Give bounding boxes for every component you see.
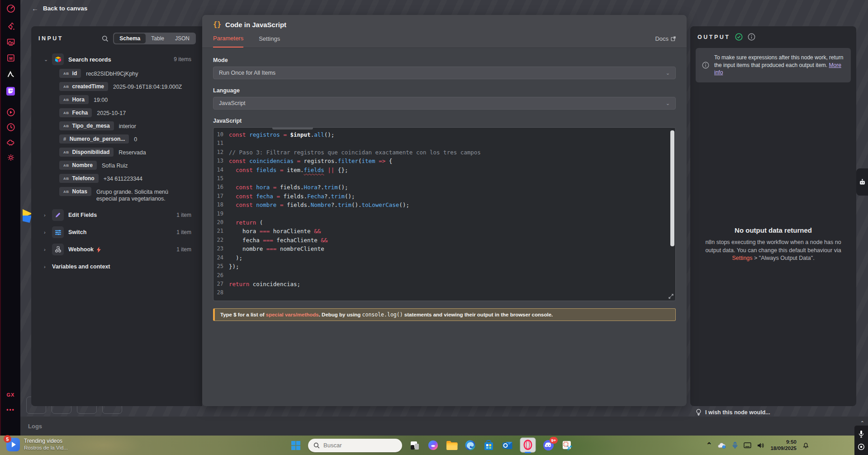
schema-field-row[interactable]: ABDisponibilidadReservada <box>31 148 197 157</box>
code-line[interactable]: 17 const fecha = fields.Fecha?.trim(); <box>213 192 675 201</box>
schema-field-row[interactable]: ABTipo_de_mesainterior <box>31 121 197 130</box>
recording-toolbar[interactable] <box>854 426 868 455</box>
search-input[interactable] <box>323 442 378 449</box>
chevron-right-icon[interactable]: › <box>44 247 52 252</box>
info-circle-icon[interactable] <box>748 33 755 41</box>
code-line[interactable]: 21 hora === horaCliente && <box>213 227 675 235</box>
schema-field-row[interactable]: ABcreatedTime2025-09-16T18:04:19.000Z <box>31 82 197 91</box>
history-clock-icon[interactable] <box>5 121 17 133</box>
field-pill[interactable]: ABTelefono <box>59 174 99 183</box>
code-line[interactable]: 24 ); <box>213 254 675 262</box>
field-pill[interactable]: ABcreatedTime <box>59 82 108 91</box>
schema-field-row[interactable]: #Numero_de_person...0 <box>31 134 197 144</box>
outlook-icon[interactable] <box>501 439 513 451</box>
code-line[interactable]: 25}); <box>213 262 675 271</box>
splat-icon[interactable] <box>5 137 17 148</box>
taskbar-search-box[interactable] <box>308 439 402 452</box>
field-pill[interactable]: ABid <box>59 69 81 78</box>
speedometer-icon[interactable] <box>5 3 17 14</box>
schema-field-row[interactable]: ABFecha2025-10-17 <box>31 108 197 117</box>
mode-select[interactable]: Run Once for All Items ⌄ <box>213 67 676 79</box>
node-title[interactable]: Code in JavaScript <box>225 21 286 29</box>
field-pill[interactable]: ABNombre <box>59 161 97 170</box>
chevron-right-icon[interactable]: › <box>44 212 52 218</box>
code-line[interactable]: 23 nombre === nombreCliente <box>213 244 675 253</box>
onedrive-cloud-icon[interactable]: i <box>718 442 726 449</box>
schema-field-row[interactable]: ABNombreSofía Ruiz <box>31 161 197 170</box>
tab-parameters[interactable]: Parameters <box>213 35 243 48</box>
microphone-icon[interactable] <box>859 430 864 438</box>
code-line[interactable]: 20 return ( <box>213 218 675 227</box>
code-line[interactable]: 13const coincidencias = registros.filter… <box>213 157 675 165</box>
settings-gear-icon[interactable] <box>5 152 17 163</box>
twitch-icon[interactable] <box>5 85 17 97</box>
task-view-icon[interactable] <box>408 439 421 451</box>
input-node-edit-fields[interactable]: ›Edit Fields1 item <box>31 206 197 224</box>
volume-icon[interactable] <box>757 442 764 449</box>
language-select[interactable]: JavaScript ⌄ <box>213 97 676 110</box>
code-line[interactable]: 26 <box>213 271 675 280</box>
edge-icon[interactable] <box>464 439 476 451</box>
chevron-down-icon[interactable]: ⌄ <box>44 57 52 62</box>
opera-gx-icon[interactable] <box>520 437 536 454</box>
code-line[interactable]: 12// Paso 3: Filtrar registros que coinc… <box>213 148 675 157</box>
microsoft-store-icon[interactable] <box>483 439 495 451</box>
schema-field-row[interactable]: ABNotasGrupo grande. Solicita menú espec… <box>31 187 197 202</box>
input-tab-schema[interactable]: Schema <box>114 34 146 43</box>
tray-chevron-up-icon[interactable]: ⌃ <box>706 441 712 450</box>
windows-start-icon[interactable] <box>289 439 302 451</box>
code-line[interactable]: 19 <box>213 210 675 218</box>
record-target-icon[interactable] <box>858 443 865 450</box>
input-node-webhook[interactable]: ›Webhook1 item <box>31 241 197 258</box>
input-node-search-records[interactable]: ⌄ Search records 9 items <box>31 53 197 66</box>
notification-bell-icon[interactable] <box>802 442 809 449</box>
code-editor[interactable]: 10const registros = $input.all();1112// … <box>213 127 676 301</box>
tray-clock[interactable]: 9:50 18/09/2025 <box>770 439 797 451</box>
code-line[interactable]: 18 const nombre = fields.Nombre?.trim().… <box>213 201 675 209</box>
docs-link[interactable]: Docs <box>655 35 676 47</box>
code-line[interactable]: 14 const fields = item.fields || {}; <box>213 166 675 174</box>
code-line[interactable]: 16 const hora = fields.Hora?.trim(); <box>213 183 675 192</box>
copilot-icon[interactable] <box>427 439 439 451</box>
editor-scrollbar[interactable] <box>670 129 674 292</box>
chevron-right-icon[interactable]: › <box>44 264 52 269</box>
field-pill[interactable]: ABTipo_de_mesa <box>59 121 114 130</box>
editor-expand-icon[interactable] <box>668 293 674 299</box>
broom-icon[interactable] <box>5 20 17 32</box>
schema-field-row[interactable]: ABidrec82SIDbH9CjKphy <box>31 69 197 78</box>
field-pill[interactable]: ABHora <box>59 95 89 104</box>
chevron-right-icon[interactable]: › <box>44 230 52 235</box>
input-tab-table[interactable]: Table <box>146 34 170 43</box>
tab-settings[interactable]: Settings <box>259 35 280 47</box>
input-node-variables-and-context[interactable]: ›Variables and context <box>31 258 197 275</box>
input-node-switch[interactable]: ›Switch1 item <box>31 224 197 241</box>
m-badge-icon[interactable]: M <box>5 52 17 64</box>
microphone-tray-icon[interactable] <box>732 442 738 449</box>
keyboard-layout-icon[interactable] <box>744 442 751 448</box>
code-line[interactable]: 22 fecha === fechaCliente && <box>213 236 675 244</box>
back-to-canvas-button[interactable]: ← Back to canvas <box>32 5 87 12</box>
field-pill[interactable]: #Numero_de_person... <box>59 134 129 144</box>
schema-field-row[interactable]: ABTelefono+34 611223344 <box>31 174 197 183</box>
node-feedback-button[interactable]: I wish this node would... <box>696 409 770 416</box>
code-line[interactable]: 11 <box>213 139 675 148</box>
input-tab-json[interactable]: JSON <box>170 34 195 43</box>
code-line[interactable]: 10const registros = $input.all(); <box>213 130 675 139</box>
field-pill[interactable]: ABFecha <box>59 108 92 117</box>
code-line[interactable]: 15 <box>213 174 675 183</box>
code-line[interactable]: 27return coincidencias; <box>213 280 675 288</box>
aim-app-icon[interactable] <box>5 68 17 80</box>
gallery-icon[interactable] <box>5 36 17 48</box>
schema-field-row[interactable]: ABHora19:00 <box>31 95 197 104</box>
taskbar-news-widget[interactable]: 5 Trending videos Rostros de la Vid... <box>6 438 68 451</box>
search-icon[interactable] <box>102 35 109 42</box>
sidebar-overflow-menu[interactable]: ••• <box>1 407 20 413</box>
field-pill[interactable]: ABDisponibilidad <box>59 148 114 157</box>
code-line[interactable]: 28 <box>213 288 675 297</box>
file-explorer-icon[interactable] <box>446 439 458 451</box>
logs-panel-collapsed[interactable]: Logs <box>20 417 868 436</box>
snipping-tool-icon[interactable] <box>561 439 573 451</box>
ai-assistant-handle[interactable] <box>856 168 868 196</box>
discord-icon[interactable]: 9+ <box>542 439 555 451</box>
field-pill[interactable]: ABNotas <box>59 187 91 196</box>
